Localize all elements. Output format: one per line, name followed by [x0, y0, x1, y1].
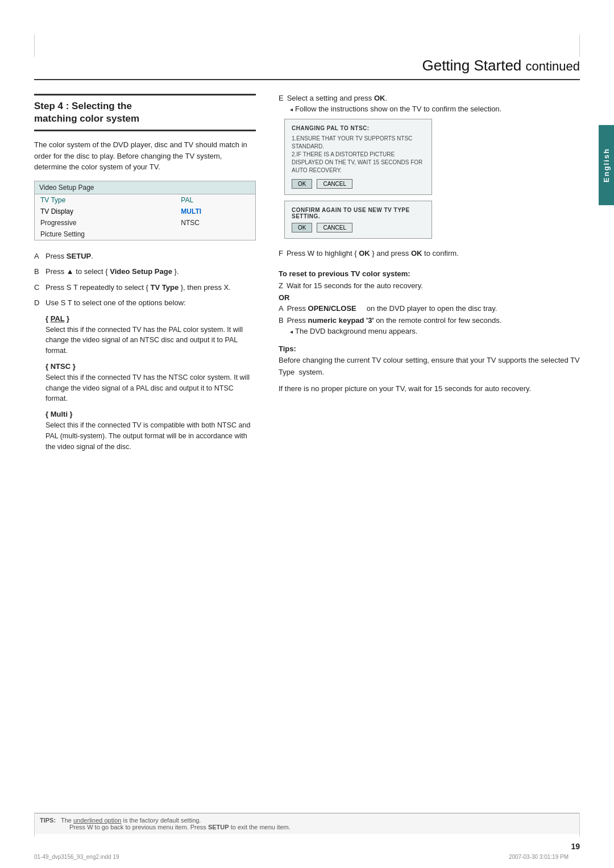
bottom-tip2: Press W to go back to previous menu item…: [69, 824, 291, 830]
table-cell-label: Progressive: [35, 217, 175, 229]
step-b2-row: B Press numeric keypad '3' on the remote…: [279, 316, 580, 325]
tips-para2: If there is no proper picture on your TV…: [279, 383, 580, 395]
table-row: TV Display MULTI: [35, 206, 255, 217]
step-letter-b: B: [34, 266, 42, 277]
list-item: B Press ▲ to select { Video Setup Page }…: [34, 266, 256, 277]
table-cell-value: PAL: [175, 194, 255, 206]
step-z-row: Z Wait for 15 seconds for the auto recov…: [279, 281, 580, 290]
intro-paragraph: The color system of the DVD player, disc…: [34, 139, 256, 173]
step-text-b: Press ▲ to select { Video Setup Page }.: [45, 266, 179, 277]
option-pal-desc: Select this if the connected TV has the …: [45, 325, 256, 356]
reset-heading: To reset to previous TV color system:: [279, 269, 580, 278]
dialog-2-buttons: OK CANCEL: [292, 223, 425, 232]
setup-table-container: Video Setup Page TV Type PAL TV Display …: [34, 181, 256, 240]
step-heading-title: Step 4 : Selecting the matching color sy…: [34, 100, 256, 125]
setup-table: TV Type PAL TV Display MULTI Progressive…: [35, 194, 255, 240]
sub-bullet-b2-icon: ◂: [290, 329, 293, 335]
page-title-text: Getting Started: [422, 57, 521, 74]
dialog-1-title: CHANGING PAL TO NTSC:: [292, 125, 425, 131]
page-title: Getting Started continued: [422, 57, 580, 74]
page-number: 19: [571, 842, 580, 851]
sub-bullet-icon: ◂: [290, 106, 293, 113]
option-multi-desc: Select this if the connected TV is compa…: [45, 420, 256, 452]
steps-list: A Press SETUP. B Press ▲ to select { Vid…: [34, 251, 256, 309]
margin-line-top-right: [579, 34, 580, 57]
dialog-2-title: CONFIRM AGAIN TO USE NEW TV TYPE SETTING…: [292, 207, 425, 219]
english-tab: English: [599, 125, 614, 205]
step-letter-d: D: [34, 297, 42, 309]
dialog-1-cancel-button[interactable]: CANCEL: [317, 179, 352, 189]
step-e-sub: ◂ Follow the instructions show on the TV…: [290, 105, 580, 113]
step-letter-a: A: [34, 251, 42, 262]
margin-line-bottom-left: [34, 814, 35, 837]
step-text-z: Wait for 15 seconds for the auto recover…: [287, 281, 423, 290]
tips-para1: Before changing the current TV colour se…: [279, 355, 580, 379]
step-letter-c: C: [34, 282, 42, 293]
option-pal-heading: { PAL }: [45, 314, 256, 323]
step-letter-b2: B: [279, 316, 284, 325]
dialog-1-text: 1.ENSURE THAT YOUR TV SUPPORTS NTSC STAN…: [292, 135, 425, 175]
dialog-2-cancel-button[interactable]: CANCEL: [317, 223, 352, 232]
step-e-sub-text: Follow the instructions show on the TV t…: [295, 105, 501, 113]
dialog-box-1: CHANGING PAL TO NTSC: 1.ENSURE THAT YOUR…: [284, 119, 432, 195]
step-text-c: Press S T repeatedly to select { TV Type…: [45, 282, 231, 293]
list-item: A Press SETUP.: [34, 251, 256, 262]
table-cell-value: NTSC: [175, 217, 255, 229]
page-title-suffix: continued: [526, 59, 580, 73]
step-e-container: E Select a setting and press OK. ◂ Follo…: [279, 94, 580, 113]
step-b2-sub-text: The DVD background menu appears.: [295, 327, 417, 335]
table-cell-label: Picture Setting: [35, 229, 175, 240]
table-cell-value: [175, 229, 255, 240]
step-text-e: Select a setting and press OK.: [287, 94, 387, 102]
tips-label: Tips:: [279, 343, 580, 355]
bottom-bar: TIPS: The underlined option is the facto…: [34, 813, 580, 834]
margin-line-bottom-right: [579, 814, 580, 837]
options-section: { PAL } Select this if the connected TV …: [45, 314, 256, 452]
step-heading: Step 4 : Selecting the matching color sy…: [34, 94, 256, 131]
left-column: Step 4 : Selecting the matching color sy…: [34, 94, 256, 454]
table-row: Picture Setting: [35, 229, 255, 240]
table-row: TV Type PAL: [35, 194, 255, 206]
tips-section: Tips: Before changing the current TV col…: [279, 343, 580, 395]
bottom-tip1: The underlined option is the factory def…: [61, 817, 201, 824]
step-f-container: F Press W to highlight { OK } and press …: [279, 248, 580, 259]
step-text-b2: Press numeric keypad '3' on the remote c…: [287, 316, 502, 325]
page-container: English Getting Started continued Step 4…: [0, 0, 614, 868]
footer-left: 01-49_dvp3156_93_eng2.indd 19: [34, 854, 119, 860]
option-ntsc-desc: Select this if the connected TV has the …: [45, 372, 256, 404]
bottom-tips-label: TIPS:: [40, 817, 56, 824]
step-letter-a2: A: [279, 304, 284, 313]
table-cell-label: TV Type: [35, 194, 175, 206]
list-item: D Use S T to select one of the options b…: [34, 297, 256, 309]
step-f-row: F Press W to highlight { OK } and press …: [279, 248, 580, 259]
step-text-a: Press SETUP.: [45, 251, 93, 262]
step-text-d: Use S T to select one of the options bel…: [45, 297, 186, 309]
step-a2-row: A Press OPEN/CLOSE on the DVD player to …: [279, 304, 580, 313]
step-text-a2: Press OPEN/CLOSE on the DVD player to op…: [287, 304, 497, 313]
step-b2-sub: ◂ The DVD background menu appears.: [290, 327, 580, 335]
step-e-row: E Select a setting and press OK.: [279, 94, 580, 102]
reset-section: To reset to previous TV color system: Z …: [279, 269, 580, 335]
step-letter-e: E: [279, 94, 284, 102]
margin-line-top-left: [34, 34, 35, 57]
option-ntsc-heading: { NTSC }: [45, 362, 256, 371]
dialog-1-buttons: OK CANCEL: [292, 179, 425, 189]
or-label: OR: [279, 293, 580, 302]
table-cell-value: MULTI: [175, 206, 255, 217]
step-letter-f: F: [279, 248, 283, 259]
right-column: E Select a setting and press OK. ◂ Follo…: [279, 94, 580, 454]
table-row: Progressive NTSC: [35, 217, 255, 229]
step-text-f: Press W to highlight { OK } and press OK…: [287, 248, 459, 259]
setup-table-header: Video Setup Page: [35, 181, 255, 194]
step-letter-z: Z: [279, 281, 283, 290]
dialog-2-ok-button[interactable]: OK: [292, 223, 312, 232]
option-multi-heading: { Multi }: [45, 410, 256, 418]
dialog-box-2: CONFIRM AGAIN TO USE NEW TV TYPE SETTING…: [284, 201, 432, 239]
footer-right: 2007-03-30 3:01:19 PM: [509, 854, 569, 860]
table-cell-label: TV Display: [35, 206, 175, 217]
list-item: C Press S T repeatedly to select { TV Ty…: [34, 282, 256, 293]
main-content: Step 4 : Selecting the matching color sy…: [34, 94, 580, 454]
dialog-1-ok-button[interactable]: OK: [292, 179, 312, 189]
page-title-area: Getting Started continued: [34, 57, 580, 80]
